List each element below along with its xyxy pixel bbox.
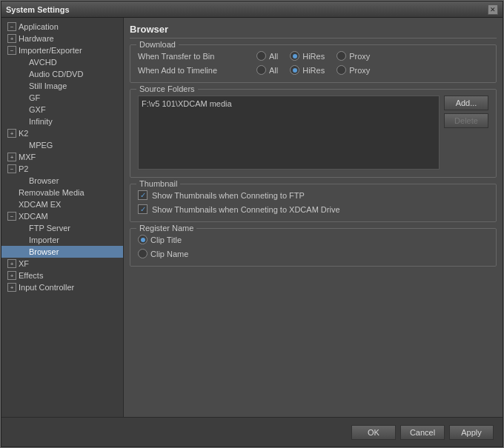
sidebar-label-removable-media: Removable Media <box>19 188 84 197</box>
source-list[interactable]: F:\v5 101\XDCAM media <box>138 96 440 170</box>
content-area: −Application+Hardware−Importer/ExporterA… <box>1 18 503 417</box>
sidebar-label-k2: K2 <box>19 129 28 138</box>
sidebar-item-avchd[interactable]: AVCHD <box>1 56 123 68</box>
cancel-button[interactable]: Cancel <box>400 425 445 440</box>
sidebar-item-infinity[interactable]: Infinity <box>1 116 123 127</box>
timeline-hires-radio[interactable] <box>290 65 299 75</box>
sidebar-label-mpeg: MPEG <box>29 141 53 150</box>
timeline-proxy-radio[interactable] <box>336 65 346 75</box>
sidebar-item-input-controller[interactable]: +Input Controller <box>1 281 123 293</box>
sidebar-item-xdcam[interactable]: −XDCAM <box>1 210 123 222</box>
thumbnail-ftp-box[interactable] <box>138 190 147 200</box>
expander-mxf[interactable]: + <box>7 153 16 161</box>
add-button[interactable]: Add... <box>444 96 488 110</box>
sidebar-label-application: Application <box>19 22 59 31</box>
sidebar-label-p2: P2 <box>19 164 28 173</box>
expander-application[interactable]: − <box>7 22 16 31</box>
sidebar-item-mxf[interactable]: +MXF <box>1 151 123 163</box>
expander-p2[interactable]: − <box>7 164 16 173</box>
register-name-group: Register Name Clip Title Clip Name <box>130 228 497 267</box>
sidebar-item-browser-p2[interactable]: Browser <box>1 175 123 187</box>
timeline-all-radio[interactable] <box>256 65 266 75</box>
sidebar-label-importer: Importer <box>29 235 59 244</box>
sidebar-item-hardware[interactable]: +Hardware <box>1 33 123 44</box>
expander-importer-exporter[interactable]: − <box>7 46 16 55</box>
sidebar-label-audio-cd-dvd: Audio CD/DVD <box>29 70 83 78</box>
transfer-bin-all-radio[interactable] <box>256 51 266 61</box>
source-buttons: Add... Delete <box>444 96 488 128</box>
sidebar-label-browser-p2: Browser <box>29 176 59 185</box>
clip-name-option[interactable]: Clip Name <box>138 249 188 258</box>
clip-name-radio[interactable] <box>138 249 147 258</box>
sidebar-item-ftp-server[interactable]: FTP Server <box>1 222 123 234</box>
timeline-proxy[interactable]: Proxy <box>336 65 370 75</box>
sidebar-item-mpeg[interactable]: MPEG <box>1 139 123 151</box>
transfer-bin-hires-radio[interactable] <box>290 51 299 61</box>
sidebar-item-xdcam-ex[interactable]: XDCAM EX <box>1 198 123 210</box>
transfer-to-bin-label: When Transfer to Bin <box>138 52 256 61</box>
dialog-title: System Settings <box>6 5 70 14</box>
expander-hardware[interactable]: + <box>7 34 16 43</box>
panel-title: Browser <box>130 24 497 39</box>
sidebar-label-importer-exporter: Importer/Exporter <box>19 46 82 55</box>
expander-xdcam[interactable]: − <box>7 212 16 221</box>
source-folders-label: Source Folders <box>136 84 198 93</box>
sidebar-item-p2[interactable]: −P2 <box>1 163 123 175</box>
clip-title-option[interactable]: Clip Title <box>138 235 182 244</box>
source-row: F:\v5 101\XDCAM media Add... Delete <box>138 96 488 170</box>
expander-k2[interactable]: + <box>7 129 16 138</box>
thumbnail-group-label: Thumbnail <box>136 179 180 188</box>
sidebar-item-importer[interactable]: Importer <box>1 234 123 246</box>
transfer-bin-proxy-radio[interactable] <box>336 51 346 61</box>
transfer-bin-hires[interactable]: HiRes <box>290 51 325 61</box>
transfer-bin-all[interactable]: All <box>256 51 278 61</box>
sidebar-item-k2[interactable]: +K2 <box>1 127 123 139</box>
delete-button[interactable]: Delete <box>444 113 488 128</box>
sidebar-item-gf[interactable]: GF <box>1 92 123 104</box>
sidebar-item-importer-exporter[interactable]: −Importer/Exporter <box>1 44 123 56</box>
add-to-timeline-options: All HiRes Proxy <box>256 65 370 75</box>
thumbnail-ftp-checkbox[interactable]: Show Thumbnails when Conneting to FTP <box>138 190 488 200</box>
timeline-all[interactable]: All <box>256 65 278 75</box>
system-settings-dialog: System Settings ✕ −Application+Hardware−… <box>1 1 503 447</box>
sidebar-label-gf: GF <box>29 93 40 102</box>
expander-input-controller[interactable]: + <box>7 283 16 292</box>
expander-effects[interactable]: + <box>7 271 16 280</box>
download-group-label: Download <box>136 40 179 49</box>
sidebar-label-gxf: GXF <box>29 105 46 114</box>
sidebar-label-xdcam-ex: XDCAM EX <box>19 200 61 209</box>
transfer-bin-proxy[interactable]: Proxy <box>336 51 370 61</box>
expander-xf[interactable]: + <box>7 259 16 268</box>
sidebar-label-mxf: MXF <box>19 153 36 161</box>
source-folders-group: Source Folders F:\v5 101\XDCAM media Add… <box>130 89 497 178</box>
apply-button[interactable]: Apply <box>449 425 494 440</box>
thumbnail-ftp-label: Show Thumbnails when Conneting to FTP <box>152 191 305 200</box>
register-name-label: Register Name <box>136 224 196 233</box>
timeline-hires[interactable]: HiRes <box>290 65 325 75</box>
sidebar-label-hardware: Hardware <box>19 34 54 43</box>
sidebar-item-effects[interactable]: +Effects <box>1 270 123 281</box>
clip-title-radio[interactable] <box>138 235 147 244</box>
sidebar-label-effects: Effects <box>19 271 43 280</box>
sidebar-item-application[interactable]: −Application <box>1 21 123 33</box>
sidebar-item-audio-cd-dvd[interactable]: Audio CD/DVD <box>1 68 123 80</box>
sidebar: −Application+Hardware−Importer/ExporterA… <box>1 18 124 417</box>
sidebar-item-still-image[interactable]: Still Image <box>1 80 123 92</box>
sidebar-item-xf[interactable]: +XF <box>1 258 123 270</box>
thumbnail-xdcam-checkbox[interactable]: Show Thumbnails when Conneting to XDCAM … <box>138 204 488 214</box>
sidebar-item-gxf[interactable]: GXF <box>1 104 123 116</box>
transfer-to-bin-options: All HiRes Proxy <box>256 51 370 61</box>
sidebar-item-removable-media[interactable]: Removable Media <box>1 187 123 198</box>
close-button[interactable]: ✕ <box>488 4 498 15</box>
sidebar-label-xf: XF <box>19 259 29 268</box>
ok-button[interactable]: OK <box>351 425 396 440</box>
sidebar-label-still-image: Still Image <box>29 81 67 90</box>
thumbnail-group: Thumbnail Show Thumbnails when Conneting… <box>130 184 497 222</box>
sidebar-label-avchd: AVCHD <box>29 58 57 67</box>
clip-name-row: Clip Name <box>138 249 488 258</box>
clip-title-row: Clip Title <box>138 235 488 244</box>
thumbnail-xdcam-label: Show Thumbnails when Conneting to XDCAM … <box>152 205 340 214</box>
thumbnail-xdcam-box[interactable] <box>138 204 147 214</box>
sidebar-label-input-controller: Input Controller <box>19 283 74 292</box>
sidebar-item-browser[interactable]: Browser <box>1 246 123 258</box>
